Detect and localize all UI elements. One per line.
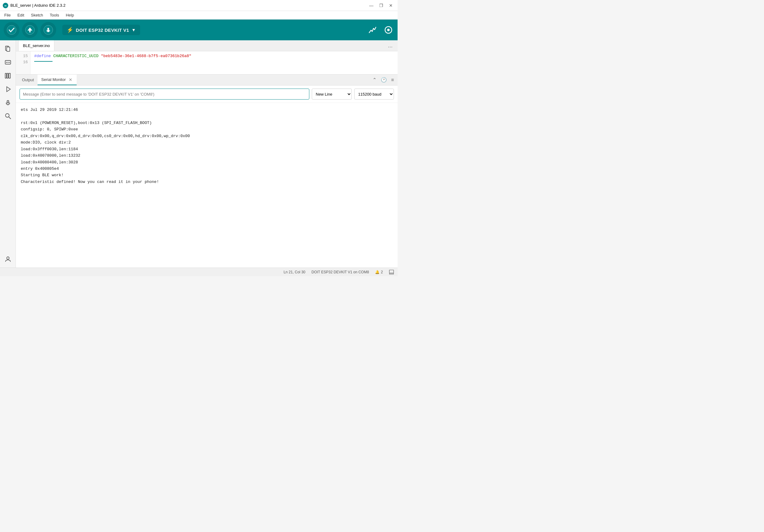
tab-more-button[interactable]: … — [385, 42, 395, 50]
sidebar-item-files[interactable] — [2, 43, 14, 55]
serial-monitor: No Line Ending Newline Carriage Return N… — [16, 86, 398, 267]
title-bar-left: ∞ BLE_server | Arduino IDE 2.3.2 — [2, 2, 65, 9]
output-tab-label: Output — [22, 78, 34, 82]
panel-list-button[interactable]: ≡ — [390, 77, 395, 84]
sidebar-item-debugger[interactable] — [2, 96, 14, 109]
app-logo-icon: ∞ — [2, 2, 9, 9]
svg-rect-33 — [389, 270, 394, 273]
sidebar-item-profile[interactable] — [2, 253, 14, 265]
files-icon — [5, 46, 11, 52]
notification-count: 2 — [381, 270, 383, 274]
toolbar: ⚡ DOIT ESP32 DEVKIT V1 ▼ — [0, 20, 398, 40]
code-content[interactable]: #define CHARACTERISTIC_UUID "beb5483e-36… — [31, 51, 195, 74]
code-view: 15 16 #define CHARACTERISTIC_UUID "beb54… — [16, 51, 398, 75]
board-dropdown-icon: ▼ — [132, 28, 136, 32]
svg-text:∞: ∞ — [4, 4, 6, 7]
menu-bar: File Edit Sketch Tools Help — [0, 11, 398, 20]
cursor-line — [34, 61, 53, 62]
sidebar-item-debug[interactable] — [2, 83, 14, 95]
title-bar-controls: — ❐ ✕ — [367, 2, 395, 9]
editor-area: BLE_server.ino … 15 16 #define CHARACTER… — [16, 40, 398, 267]
title-text: BLE_server | Arduino IDE 2.3.2 — [10, 3, 65, 8]
debug-sidebar-icon — [5, 86, 11, 92]
close-button[interactable]: ✕ — [387, 2, 395, 9]
svg-point-30 — [6, 113, 9, 117]
line-num-15: 15 — [18, 53, 28, 59]
toolbar-right — [367, 24, 394, 35]
serial-plotter-icon — [369, 26, 376, 34]
panel-collapse-button[interactable]: ⌃ — [371, 76, 378, 84]
verify-icon — [7, 25, 17, 35]
profile-icon — [5, 256, 11, 262]
bug-icon — [5, 99, 11, 106]
line-numbers: 15 16 — [16, 51, 31, 74]
menu-tools[interactable]: Tools — [47, 12, 62, 19]
board-manager-icon — [5, 59, 11, 66]
svg-point-6 — [47, 28, 49, 30]
serial-message-input[interactable] — [20, 89, 309, 99]
status-position: Ln 21, Col 30 — [284, 270, 305, 274]
uuid-string: "beb5483e-36e1-4688-b7f5-ea07361b26a8" — [101, 53, 191, 59]
svg-point-2 — [7, 25, 16, 35]
serial-monitor-tab-label: Serial Monitor — [41, 77, 66, 82]
board-selector[interactable]: ⚡ DOIT ESP32 DEVKIT V1 ▼ — [62, 25, 140, 35]
panel-tab-serial-monitor[interactable]: Serial Monitor ✕ — [38, 75, 77, 85]
status-bar: Ln 21, Col 30 DOIT ESP32 DEVKIT V1 on CO… — [0, 267, 398, 276]
svg-rect-20 — [5, 73, 6, 78]
svg-marker-23 — [7, 87, 10, 91]
tab-bar: BLE_server.ino … — [16, 40, 398, 51]
upload-button[interactable] — [22, 22, 38, 38]
svg-point-18 — [6, 62, 7, 63]
svg-rect-22 — [9, 73, 10, 78]
panel-clock-button[interactable]: 🕐 — [380, 76, 388, 84]
svg-rect-25 — [7, 102, 9, 105]
menu-sketch[interactable]: Sketch — [28, 12, 46, 19]
sidebar-item-search[interactable] — [2, 110, 14, 122]
file-tab[interactable]: BLE_server.ino — [18, 40, 54, 51]
verify-button[interactable] — [4, 22, 20, 38]
serial-newline-select[interactable]: No Line Ending Newline Carriage Return N… — [312, 89, 352, 99]
main-layout: BLE_server.ino … 15 16 #define CHARACTER… — [0, 40, 398, 267]
svg-rect-34 — [389, 273, 394, 274]
status-notifications[interactable]: 🔔 2 — [375, 270, 383, 274]
serial-monitor-toolbar-button[interactable] — [383, 24, 394, 35]
sidebar-item-board-manager[interactable] — [2, 56, 14, 69]
svg-rect-21 — [7, 73, 8, 78]
serial-plotter-button[interactable] — [367, 24, 378, 35]
debug-button[interactable] — [40, 22, 56, 38]
usb-icon: ⚡ — [67, 27, 73, 33]
serial-input-row: No Line Ending Newline Carriage Return N… — [16, 86, 398, 103]
code-line-15: #define CHARACTERISTIC_UUID "beb5483e-36… — [34, 53, 191, 59]
status-panel-icon — [389, 270, 394, 274]
menu-help[interactable]: Help — [63, 12, 77, 19]
sidebar — [0, 40, 16, 267]
status-board: DOIT ESP32 DEVKIT V1 on COM8 — [311, 270, 369, 274]
svg-rect-7 — [47, 30, 49, 32]
panel-tabs: Output Serial Monitor ✕ ⌃ 🕐 ≡ — [16, 75, 398, 86]
svg-line-31 — [9, 117, 11, 119]
status-right-icons — [389, 270, 394, 274]
debug-icon — [43, 25, 53, 35]
tab-filename: BLE_server.ino — [23, 43, 50, 48]
sidebar-item-library-manager[interactable] — [2, 70, 14, 82]
upload-icon — [25, 25, 35, 35]
menu-file[interactable]: File — [1, 12, 14, 19]
macro-name: CHARACTERISTIC_UUID — [53, 53, 101, 59]
line-num-16: 16 — [18, 59, 28, 65]
notification-icon: 🔔 — [375, 270, 380, 274]
panel-tab-output[interactable]: Output — [18, 75, 38, 85]
serial-output: ets Jul 29 2019 12:21:46 rst:0x1 (POWERO… — [16, 103, 398, 267]
define-keyword: #define — [34, 53, 53, 59]
svg-point-19 — [9, 62, 10, 63]
board-name: DOIT ESP32 DEVKIT V1 — [76, 28, 129, 33]
maximize-button[interactable]: ❐ — [377, 2, 385, 9]
svg-point-13 — [387, 29, 390, 31]
minimize-button[interactable]: — — [367, 2, 376, 9]
svg-rect-15 — [7, 47, 10, 51]
panel-tab-controls: ⌃ 🕐 ≡ — [371, 76, 395, 84]
serial-baud-select[interactable]: 300 baud 1200 baud 2400 baud 4800 baud 9… — [354, 89, 394, 99]
serial-monitor-tab-close[interactable]: ✕ — [68, 77, 73, 82]
menu-edit[interactable]: Edit — [14, 12, 27, 19]
serial-monitor-icon — [384, 26, 392, 34]
search-icon — [5, 113, 11, 119]
